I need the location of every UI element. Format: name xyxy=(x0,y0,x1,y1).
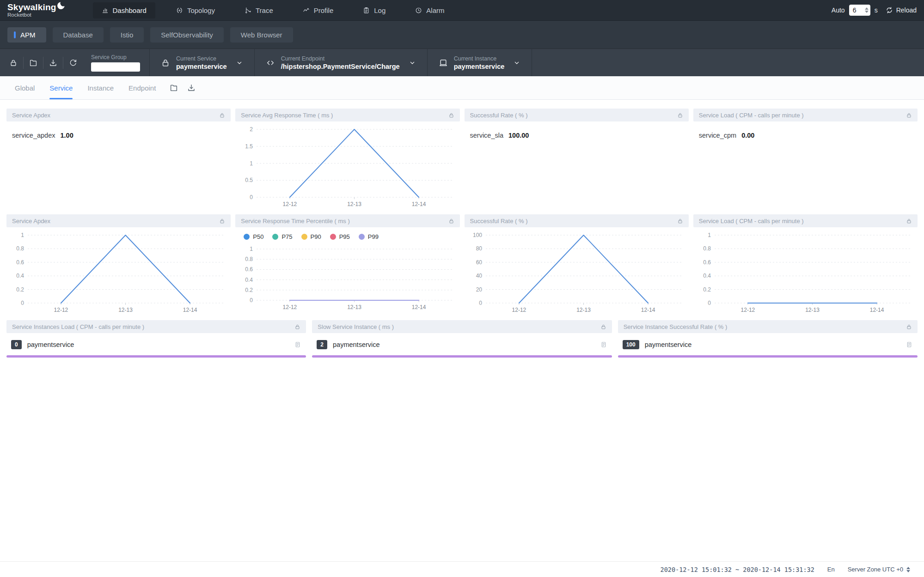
legend-label: P99 xyxy=(368,233,379,240)
svg-text:0.4: 0.4 xyxy=(245,277,253,283)
panel-row-2: Service Apdex00.20.40.60.8112-1212-1312-… xyxy=(6,214,918,317)
service-group-input[interactable] xyxy=(91,62,140,72)
copy-icon[interactable] xyxy=(294,341,301,348)
lock-icon[interactable] xyxy=(219,218,225,224)
current-endpoint-selector[interactable]: Current Endpoint/hipstershop.PaymentServ… xyxy=(257,49,425,76)
instance-value-bar xyxy=(618,355,918,358)
panel-service-apdex: Service Apdex00.20.40.60.8112-1212-1312-… xyxy=(6,214,231,317)
legend-label: P95 xyxy=(339,233,350,240)
auto-unit: s xyxy=(875,6,878,14)
panel-header: Successful Rate ( % ) xyxy=(465,109,689,121)
nav-item-alarm[interactable]: Alarm xyxy=(406,2,453,18)
nav-item-log[interactable]: Log xyxy=(354,2,394,18)
copy-icon[interactable] xyxy=(600,341,607,348)
svg-text:12-14: 12-14 xyxy=(412,201,426,207)
lock-edit-button[interactable] xyxy=(4,59,23,67)
brand-title: Skywalking xyxy=(7,3,56,12)
legend-item-p50[interactable]: P50 xyxy=(244,233,263,240)
chart-legend: P50P75P90P95P99 xyxy=(235,227,459,241)
svg-text:1: 1 xyxy=(250,160,253,167)
nav-item-dashboard[interactable]: Dashboard xyxy=(93,2,155,18)
instance-list-item[interactable]: 0paymentservice xyxy=(6,333,306,349)
lock-icon[interactable] xyxy=(448,112,454,118)
time-range-picker[interactable]: 2020-12-12 15:01:32 ~ 2020-12-14 15:31:3… xyxy=(661,566,814,573)
dashboard-tab-web-browser[interactable]: Web Browser xyxy=(230,27,293,43)
current-instance-selector[interactable]: Current Instancepaymentservice xyxy=(429,49,530,76)
lock-icon[interactable] xyxy=(448,218,454,224)
lock-icon[interactable] xyxy=(219,112,225,118)
nav-item-topology[interactable]: Topology xyxy=(167,2,224,18)
dashboard-content: Service Apdexservice_apdex1.00Service Av… xyxy=(0,100,924,561)
chevron-down-icon xyxy=(409,59,416,67)
download-icon[interactable] xyxy=(187,84,196,92)
import-template-button[interactable] xyxy=(24,59,43,67)
legend-item-p95[interactable]: P95 xyxy=(330,233,350,240)
nav-item-profile[interactable]: Profile xyxy=(294,2,343,18)
svg-text:40: 40 xyxy=(476,273,482,279)
export-template-button[interactable] xyxy=(43,59,63,67)
svg-text:0: 0 xyxy=(479,300,482,306)
auto-interval-input[interactable]: 6 xyxy=(849,5,870,16)
metric-label: service_apdex xyxy=(12,132,55,139)
copy-icon[interactable] xyxy=(906,341,913,348)
brand-logo[interactable]: Skywalking Rocketbot xyxy=(7,3,65,18)
nav-item-trace[interactable]: Trace xyxy=(236,2,282,18)
lock-icon[interactable] xyxy=(906,324,912,330)
legend-item-p75[interactable]: P75 xyxy=(272,233,292,240)
nav-item-label: Profile xyxy=(314,6,334,14)
auto-interval-value: 6 xyxy=(853,6,865,14)
instance-list-item[interactable]: 100paymentservice xyxy=(618,333,918,349)
svg-text:1: 1 xyxy=(21,232,24,238)
metric-readout: service_apdex1.00 xyxy=(6,121,231,149)
svg-text:12-13: 12-13 xyxy=(576,307,591,313)
lock-icon[interactable] xyxy=(294,324,300,330)
spinner-arrows-icon[interactable] xyxy=(865,7,869,13)
legend-item-p99[interactable]: P99 xyxy=(359,233,379,240)
scope-tab-instance[interactable]: Instance xyxy=(87,76,114,99)
panel-service-apdex: Service Apdexservice_apdex1.00 xyxy=(6,109,231,211)
line-chart: 02040608010012-1212-1312-14 xyxy=(465,229,689,317)
dashboard-tab-istio[interactable]: Istio xyxy=(110,27,144,43)
svg-text:0: 0 xyxy=(708,300,711,306)
svg-text:12-13: 12-13 xyxy=(118,307,133,313)
language-toggle[interactable]: En xyxy=(827,566,835,573)
zone-spinner-icon xyxy=(906,567,910,572)
svg-text:1: 1 xyxy=(250,246,253,252)
instance-value-bar xyxy=(312,355,612,358)
scope-tab-global[interactable]: Global xyxy=(15,76,35,99)
panel-row-1: Service Apdexservice_apdex1.00Service Av… xyxy=(6,109,918,211)
profile-icon xyxy=(303,7,310,14)
server-zone-label: Server Zone UTC +0 xyxy=(848,566,903,573)
divider xyxy=(149,49,150,76)
scope-tab-service[interactable]: Service xyxy=(49,76,73,99)
svg-text:12-13: 12-13 xyxy=(805,307,820,313)
legend-label: P50 xyxy=(253,233,263,240)
instance-list-item[interactable]: 2paymentservice xyxy=(312,333,612,349)
current-service-selector[interactable]: Current Servicepaymentservice xyxy=(152,49,252,76)
dashboard-tab-database[interactable]: Database xyxy=(53,27,104,43)
legend-label: P75 xyxy=(281,233,292,240)
divider xyxy=(532,49,532,76)
instance-name: paymentservice xyxy=(333,341,380,348)
panel-header: Service Instance Successful Rate ( % ) xyxy=(618,320,918,333)
svg-text:12-14: 12-14 xyxy=(183,307,197,313)
lock-icon[interactable] xyxy=(600,324,606,330)
svg-text:0.2: 0.2 xyxy=(245,287,253,293)
scope-tab-endpoint[interactable]: Endpoint xyxy=(129,76,156,99)
lock-icon[interactable] xyxy=(677,112,683,118)
lock-icon[interactable] xyxy=(906,218,912,224)
lock-icon[interactable] xyxy=(677,218,683,224)
svg-text:12-14: 12-14 xyxy=(412,304,426,310)
server-zone-control[interactable]: Server Zone UTC +0 xyxy=(848,566,910,573)
instance-badge: 0 xyxy=(11,340,22,349)
folder-icon[interactable] xyxy=(170,84,178,92)
reload-icon xyxy=(886,6,893,14)
legend-item-p90[interactable]: P90 xyxy=(301,233,321,240)
dashboard-tab-apm[interactable]: APM xyxy=(7,27,46,43)
panel-service-instance-successful-rate: Service Instance Successful Rate ( % )10… xyxy=(618,320,918,358)
lock-icon[interactable] xyxy=(906,112,912,118)
reload-button[interactable]: Reload xyxy=(886,6,917,14)
refresh-button[interactable] xyxy=(63,59,83,67)
dashboard-tab-selfobservability[interactable]: SelfObservability xyxy=(150,27,224,43)
svg-text:12-12: 12-12 xyxy=(283,201,297,207)
